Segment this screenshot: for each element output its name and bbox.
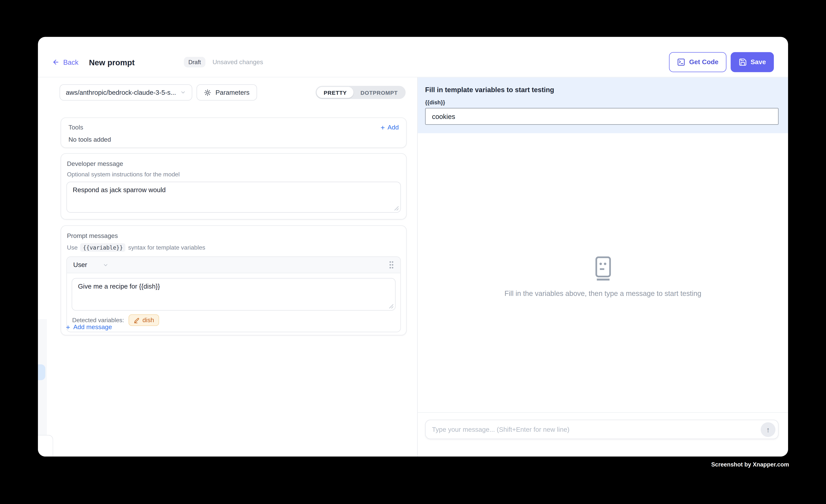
tools-card: Tools + Add No tools added (61, 118, 407, 148)
gear-icon (204, 89, 211, 96)
save-icon (739, 58, 747, 66)
drag-handle[interactable] (389, 261, 394, 269)
message-item: User Give me a recipe for {{dish}} (66, 256, 401, 332)
variable-dish-input[interactable] (425, 108, 779, 125)
plus-icon: + (66, 323, 70, 331)
grip-dots-icon (389, 261, 394, 269)
toggle-option-pretty[interactable]: PRETTY (317, 87, 354, 98)
developer-message-title: Developer message (66, 159, 401, 167)
add-message-label: Add message (73, 323, 112, 331)
back-label: Back (63, 58, 78, 66)
add-message-button[interactable]: + Add message (66, 323, 112, 331)
back-button[interactable]: Back (52, 58, 78, 66)
save-button[interactable]: Save (731, 52, 774, 72)
model-selector[interactable]: aws/anthropic/bedrock-claude-3-5-s... (60, 84, 192, 101)
watermark-text: Screenshot by Xnapper.com (711, 461, 789, 467)
unsaved-changes-text: Unsaved changes (213, 58, 263, 66)
get-code-button[interactable]: Get Code (669, 52, 726, 72)
detected-variables-label: Detected variables: (72, 317, 124, 323)
back-arrow-icon (52, 58, 60, 66)
empty-state-text: Fill in the variables above, then type a… (505, 290, 701, 298)
add-tool-label: Add (388, 124, 399, 131)
format-toggle: PRETTY DOTPROMPT (316, 86, 406, 99)
prompt-messages-card: Prompt messages Use {{variable}} syntax … (61, 225, 407, 335)
subtitle-suffix: syntax for template variables (128, 244, 205, 251)
terminal-icon (677, 58, 686, 66)
arrow-up-icon: ↑ (766, 425, 770, 434)
add-tool-button[interactable]: + Add (380, 124, 399, 131)
message-role-header: User (67, 257, 400, 273)
bot-face-icon (595, 256, 611, 281)
collapsed-sidebar-item (38, 364, 45, 380)
chat-empty-state: Fill in the variables above, then type a… (418, 256, 788, 298)
developer-message-textarea[interactable]: Respond as jack sparrow would (66, 182, 401, 213)
screenshot-background: Back New prompt Draft Unsaved changes Ge… (0, 0, 826, 504)
tools-title: Tools (68, 124, 83, 131)
toggle-option-dotprompt[interactable]: DOTPROMPT (354, 87, 405, 98)
edit-pencil-icon (134, 317, 140, 323)
variables-banner-title: Fill in template variables to start test… (425, 86, 778, 93)
message-body: Give me a recipe for {{dish}} Detected v… (67, 273, 400, 331)
plus-icon: + (380, 124, 385, 131)
model-toolbar: aws/anthropic/bedrock-claude-3-5-s... Pa… (60, 84, 406, 101)
variables-banner: Fill in template variables to start test… (418, 77, 788, 133)
header-actions: Get Code Save (669, 52, 774, 72)
parameters-label: Parameters (216, 89, 249, 96)
variable-chip-dish[interactable]: dish (129, 314, 159, 326)
app-window: Back New prompt Draft Unsaved changes Ge… (38, 37, 788, 456)
chat-message-input[interactable] (432, 426, 761, 433)
tools-empty-text: No tools added (68, 136, 399, 143)
page-title: New prompt (89, 58, 135, 67)
role-select-value[interactable]: User (73, 261, 87, 268)
developer-message-card: Developer message Optional system instru… (61, 153, 407, 220)
detected-variables-row: Detected variables: dish (72, 314, 396, 327)
subtitle-prefix: Use (67, 244, 77, 251)
save-label: Save (751, 58, 766, 66)
top-bar: Back New prompt Draft Unsaved changes Ge… (38, 37, 788, 77)
get-code-label: Get Code (689, 58, 718, 66)
test-panel: Fill in template variables to start test… (417, 77, 788, 456)
send-button[interactable]: ↑ (761, 422, 775, 437)
parameters-button[interactable]: Parameters (196, 84, 257, 101)
status-badge: Draft (184, 57, 205, 67)
developer-message-subtitle: Optional system instructions for the mod… (66, 171, 401, 178)
prompt-messages-title: Prompt messages (66, 231, 401, 240)
model-selector-value: aws/anthropic/bedrock-claude-3-5-s... (66, 89, 176, 96)
variable-syntax-chip: {{variable}} (80, 243, 126, 252)
prompt-editor-panel: aws/anthropic/bedrock-claude-3-5-s... Pa… (38, 77, 417, 456)
chevron-down-icon (180, 89, 186, 95)
chat-input-container: ↑ (425, 420, 779, 439)
variable-chip-label: dish (142, 316, 154, 324)
user-message-textarea[interactable]: Give me a recipe for {{dish}} (72, 278, 396, 311)
corner-overlay-box (38, 435, 53, 456)
main-content: aws/anthropic/bedrock-claude-3-5-s... Pa… (38, 77, 788, 456)
chevron-down-icon[interactable] (103, 262, 109, 268)
variable-dish-label: {{dish}} (425, 99, 778, 106)
chat-divider (418, 412, 788, 413)
prompt-messages-subtitle: Use {{variable}} syntax for template var… (66, 243, 401, 252)
